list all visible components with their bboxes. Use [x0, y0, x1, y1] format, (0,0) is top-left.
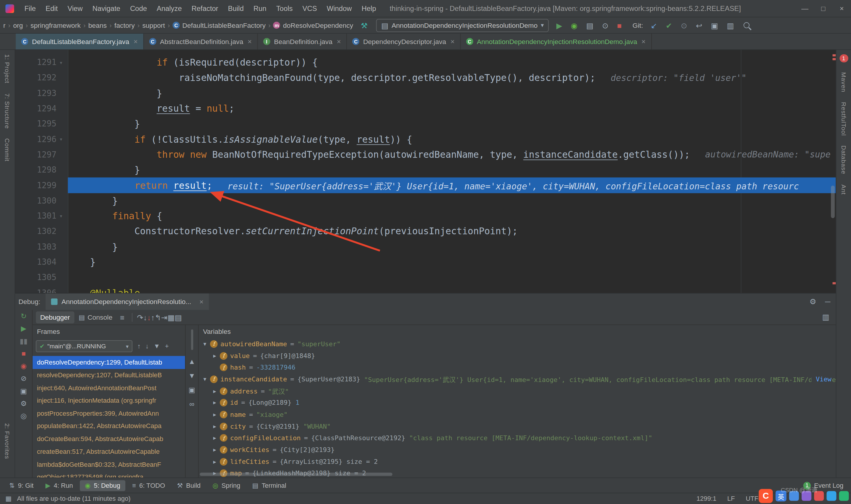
scroll-down-icon[interactable]: ▼	[188, 372, 195, 379]
variable-row[interactable]: fhash=-332817946	[199, 362, 836, 374]
expand-toggle-icon[interactable]: ▶	[211, 424, 219, 429]
terminal-toolwindow[interactable]: ▤Terminal	[247, 480, 291, 491]
editor-tab[interactable]: CAnnotationDependencyInjectionResolution…	[461, 34, 652, 49]
view-link[interactable]: View	[811, 376, 832, 383]
code-text[interactable]: }	[68, 162, 836, 178]
line-ending[interactable]: LF	[727, 495, 735, 503]
fold-icon[interactable]: ▾	[56, 212, 66, 219]
expand-toggle-icon[interactable]: ▶	[211, 447, 219, 453]
add-icon[interactable]: +	[165, 343, 169, 349]
stack-frame[interactable]: populateBean:1422, AbstractAutowireCapa	[33, 420, 185, 432]
menu-refactor[interactable]: Refactor	[187, 4, 223, 13]
stack-frame[interactable]: resolveDependency:1207, DefaultListableB	[33, 369, 185, 381]
search-icon[interactable]	[744, 22, 750, 28]
code-text[interactable]: }	[68, 239, 836, 254]
caret-position[interactable]: 1299:1	[696, 495, 716, 503]
expand-toggle-icon[interactable]: ▶	[211, 388, 219, 394]
update-project-icon[interactable]: ↙	[647, 22, 660, 29]
wrench-icon[interactable]: ⚒	[358, 22, 371, 29]
scroll-up-icon[interactable]: ▲	[188, 358, 195, 365]
view-breakpoints-icon[interactable]: ◉	[20, 362, 26, 370]
settings-icon[interactable]: ⚙	[20, 400, 26, 407]
step-over-icon[interactable]: ↷	[137, 313, 143, 321]
debug-session-tab[interactable]: AnnotationDependencyInjectionResolutio..…	[46, 294, 209, 310]
code-text[interactable]: @Nullable	[68, 285, 836, 293]
menu-help[interactable]: Help	[357, 4, 381, 13]
close-tab-icon[interactable]: ×	[133, 37, 138, 46]
expand-toggle-icon[interactable]: ▶	[211, 353, 219, 358]
run-config-select[interactable]: ▤ AnnotationDependencyInjectionResolutio…	[376, 19, 549, 32]
code-editor[interactable]: 1291▾if (isRequired(descriptor)) {1292ra…	[15, 50, 836, 293]
frame-down-icon[interactable]: ↓	[145, 343, 149, 349]
line-number-gutter[interactable]: 1305	[15, 270, 68, 285]
breadcrumb-item-support[interactable]: support	[142, 22, 165, 29]
code-text[interactable]: throw new BeanNotOfRequiredTypeException…	[68, 147, 836, 162]
breadcrumb-item-doresolvedependency[interactable]: mdoResolveDependency	[273, 22, 353, 29]
rollback-icon[interactable]: ↩	[693, 22, 706, 29]
breadcrumb-item-defaultlistablebeanfactory[interactable]: CDefaultListableBeanFactory	[173, 22, 266, 29]
frame-up-icon[interactable]: ↑	[138, 343, 141, 349]
variable-row[interactable]: ▶fconfigFileLocation={ClassPathResource@…	[199, 432, 836, 444]
line-number-gutter[interactable]: 1302	[15, 223, 68, 239]
stack-frame[interactable]: inject:640, AutowiredAnnotationBeanPost	[33, 381, 185, 394]
copy-stack-icon[interactable]: ▣	[188, 386, 195, 394]
stack-frame[interactable]: doResolveDependency:1299, DefaultListab	[33, 356, 185, 369]
line-number-gutter[interactable]: 1304	[15, 254, 68, 270]
close-tab-icon[interactable]: ×	[641, 37, 646, 46]
variable-row[interactable]: ▶fcity={City@2191} "WUHAN"	[199, 420, 836, 432]
editor-tab[interactable]: CDefaultListableBeanFactory.java×	[16, 34, 144, 49]
code-text[interactable]: result = null;	[68, 101, 836, 116]
evaluate-expression-icon[interactable]: ▦	[167, 313, 175, 321]
drop-frame-icon[interactable]: ↰	[155, 313, 161, 321]
view-menu-icon[interactable]: ≡	[117, 313, 128, 321]
variable-row[interactable]: ▶flifeCities={ArrayList@2195} size = 2	[199, 456, 836, 468]
editor-tab[interactable]: IBeanDefinition.java×	[258, 34, 347, 49]
debug-toolwindow[interactable]: ◉5: Debug	[80, 480, 125, 491]
pin-icon[interactable]: ◎	[20, 412, 26, 419]
toolwindow-button-favorites[interactable]: 2: Favorites	[4, 424, 11, 459]
breadcrumb-item-r[interactable]: r	[3, 22, 6, 29]
expand-toggle-icon[interactable]: ▶	[211, 400, 219, 405]
toolwindow-button-commit[interactable]: Commit	[4, 138, 11, 161]
build-toolwindow[interactable]: ⚒Build	[172, 480, 205, 491]
thread-dump-icon[interactable]: ▣	[20, 387, 27, 394]
menu-code[interactable]: Code	[125, 4, 152, 13]
toolwindow-button-database[interactable]: Database	[840, 146, 847, 175]
menu-window[interactable]: Window	[322, 4, 357, 13]
todo-toolwindow[interactable]: ≡6: TODO	[127, 480, 170, 491]
stack-frame[interactable]: doCreateBean:594, AbstractAutowireCapab	[33, 432, 185, 445]
layout-settings-icon[interactable]: ▥	[819, 313, 832, 321]
variables-hscrollbar[interactable]	[200, 473, 393, 476]
close-tab-icon[interactable]: ×	[248, 37, 252, 46]
run-toolwindow[interactable]: ▶4: Run	[40, 480, 78, 491]
shelve-icon[interactable]: ▣	[708, 22, 721, 29]
mute-breakpoints-icon[interactable]: ⊘	[21, 375, 26, 382]
line-number-gutter[interactable]: 1300	[15, 193, 68, 208]
code-text[interactable]	[68, 270, 836, 285]
stop-icon[interactable]: ■	[614, 22, 625, 29]
expand-toggle-icon[interactable]: ▼	[201, 377, 209, 382]
toolwindow-button-structure[interactable]: 7: Structure	[4, 93, 11, 128]
menu-file[interactable]: File	[19, 4, 41, 13]
menu-run[interactable]: Run	[249, 4, 271, 13]
toolwindow-button-ant[interactable]: Ant	[840, 184, 847, 194]
async-stacks-icon[interactable]: ∞	[189, 401, 195, 408]
breadcrumb-item-beans[interactable]: beans	[88, 22, 107, 29]
close-button[interactable]: ×	[833, 4, 851, 13]
line-number-gutter[interactable]: 1293	[15, 85, 68, 101]
variable-row[interactable]: ▶fname="xiaoge"	[199, 409, 836, 420]
rerun-icon[interactable]: ↻	[21, 312, 26, 320]
variable-row[interactable]: ▶faddress="武汉"	[199, 385, 836, 397]
thread-select[interactable]: ✔ "main"@...RUNNING ▾	[36, 340, 132, 352]
toolwindow-button-project[interactable]: 1: Project	[4, 54, 11, 83]
code-text[interactable]: return result;result: "SuperUser{address…	[68, 178, 836, 193]
code-text[interactable]: ConstructorResolver.setCurrentInjectionP…	[68, 223, 836, 239]
editor-scrollbar[interactable]	[831, 185, 835, 218]
maximize-button[interactable]: □	[814, 4, 832, 13]
run-to-cursor-icon[interactable]: ⇥	[161, 313, 167, 321]
toolwindow-button-maven[interactable]: Maven	[840, 72, 847, 92]
stack-frame[interactable]: createBean:517, AbstractAutowireCapable	[33, 445, 185, 458]
toolwindow-switcher-icon[interactable]: ▦	[5, 495, 12, 503]
menu-view[interactable]: View	[62, 4, 88, 13]
line-number-gutter[interactable]: 1297	[15, 147, 68, 162]
